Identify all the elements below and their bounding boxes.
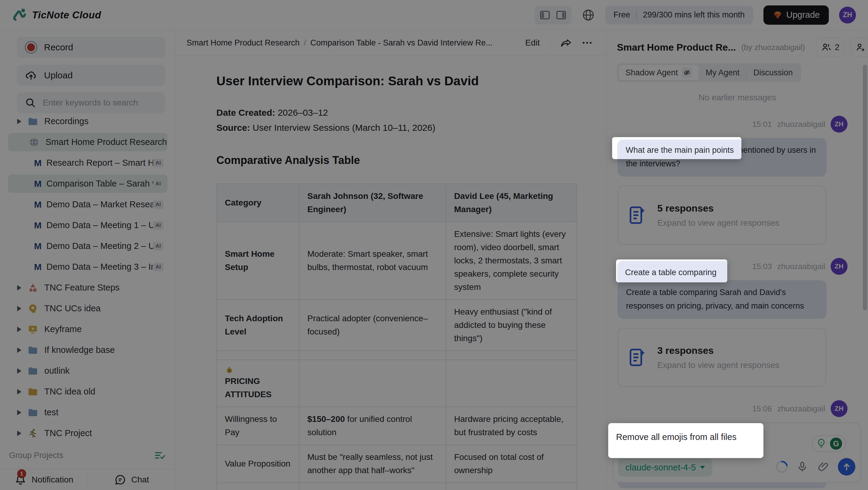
highlight-message-fragment: What are the main pain points — [612, 137, 741, 159]
highlight-composer-input: Remove all emojis from all files — [608, 423, 764, 458]
highlight-message-fragment: Create a table comparing — [616, 259, 727, 282]
dim-overlay — [0, 0, 868, 490]
